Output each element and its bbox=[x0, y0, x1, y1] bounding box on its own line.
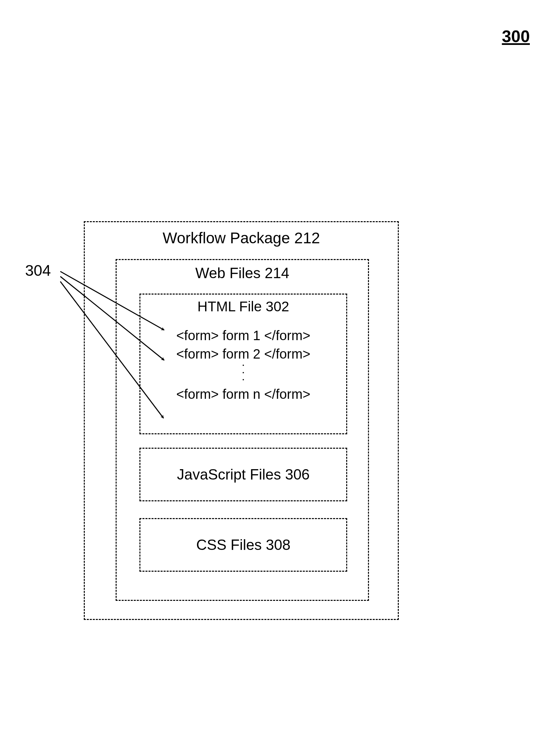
reference-304: 304 bbox=[25, 261, 51, 280]
workflow-package-title: Workflow Package 212 bbox=[85, 229, 398, 247]
javascript-files-label: JavaScript Files 306 bbox=[177, 466, 309, 483]
workflow-package-box: Workflow Package 212 Web Files 214 HTML … bbox=[84, 221, 399, 620]
ellipsis-dot: • bbox=[140, 370, 346, 376]
ellipsis-dot: • bbox=[140, 362, 346, 369]
ellipsis-dot: • bbox=[140, 377, 346, 383]
css-files-box: CSS Files 308 bbox=[139, 518, 347, 572]
form-n: <form> form n </form> bbox=[140, 387, 346, 402]
figure-number: 300 bbox=[502, 27, 530, 46]
html-file-title: HTML File 302 bbox=[140, 299, 346, 315]
web-files-title: Web Files 214 bbox=[117, 265, 368, 282]
web-files-box: Web Files 214 HTML File 302 <form> form … bbox=[116, 259, 369, 601]
css-files-label: CSS Files 308 bbox=[196, 536, 290, 553]
form-1: <form> form 1 </form> bbox=[140, 328, 346, 343]
form-2: <form> form 2 </form> bbox=[140, 347, 346, 362]
javascript-files-box: JavaScript Files 306 bbox=[139, 448, 347, 501]
html-file-box: HTML File 302 <form> form 1 </form> <for… bbox=[139, 293, 347, 434]
